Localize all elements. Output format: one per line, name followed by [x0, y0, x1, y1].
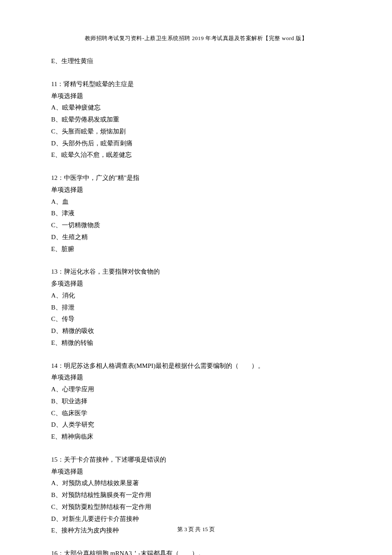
question-type: 单项选择题	[51, 466, 341, 478]
page-container: 教师招聘考试复习资料-上蔡卫生系统招聘 2019 年考试真题及答案解析【完整 w…	[0, 0, 392, 555]
option-b: B、津液	[51, 208, 341, 220]
question-type: 多项选择题	[51, 278, 341, 290]
option-a: A、消化	[51, 290, 341, 302]
option-c: C、传导	[51, 313, 341, 325]
option-b: B、眩晕劳倦易发或加重	[51, 114, 341, 126]
leading-option-block: E、生理性黄疸	[51, 55, 341, 67]
option-a: A、对预防成人肺结核效果显著	[51, 477, 341, 489]
option-c: C、一切精微物质	[51, 220, 341, 231]
option-e: E、精微的转输	[51, 337, 341, 349]
option-d: D、头部外伤后，眩晕而刺痛	[51, 138, 341, 150]
question-title: 16：大部分真核细胞 mRNA3＇-末端都具有（ ）。	[51, 548, 341, 555]
question-type: 单项选择题	[51, 372, 341, 384]
question-title: 15：关于卡介苗接种，下述哪项是错误的	[51, 454, 341, 466]
option-c: C、对预防粟粒型肺结核有一定作用	[51, 501, 341, 513]
option-c: C、头胀而眩晕，烦恼加剧	[51, 126, 341, 138]
option-d: D、精微的吸收	[51, 325, 341, 337]
question-13: 13：脾运化水谷，主要指脾对饮食物的 多项选择题 A、消化 B、排泄 C、传导 …	[51, 266, 341, 349]
question-title: 12：中医学中，广义的"精"是指	[51, 172, 341, 184]
option-d: D、人类学研究	[51, 419, 341, 431]
option-d: D、对新生儿要进行卡介苗接种	[51, 513, 341, 525]
option-e: E、精神病临床	[51, 431, 341, 443]
option-a: A、血	[51, 196, 341, 208]
page-footer: 第 3 页 共 15 页	[0, 524, 392, 535]
option-c: C、临床医学	[51, 408, 341, 419]
option-a: A、眩晕神疲健忘	[51, 102, 341, 114]
question-14: 14：明尼苏达多相人格调查表(MMPI)最初是根据什么需要编制的（ ）。 单项选…	[51, 360, 341, 443]
option-b: B、对预防结核性脑膜炎有一定作用	[51, 489, 341, 501]
page-header: 教师招聘考试复习资料-上蔡卫生系统招聘 2019 年考试真题及答案解析【完整 w…	[51, 33, 341, 43]
question-type: 单项选择题	[51, 184, 341, 196]
question-16: 16：大部分真核细胞 mRNA3＇-末端都具有（ ）。 单项选择题	[51, 548, 341, 555]
option-b: B、排泄	[51, 302, 341, 314]
option-e: E、眩晕久治不愈，眠差健忘	[51, 149, 341, 161]
option-a: A、心理学应用	[51, 384, 341, 396]
option-e: E、脏腑	[51, 243, 341, 255]
option-d: D、生殖之精	[51, 231, 341, 243]
question-type: 单项选择题	[51, 90, 341, 102]
question-title: 14：明尼苏达多相人格调查表(MMPI)最初是根据什么需要编制的（ ）。	[51, 360, 341, 372]
option-b: B、职业选择	[51, 396, 341, 408]
question-title: 13：脾运化水谷，主要指脾对饮食物的	[51, 266, 341, 278]
question-title: 11：肾精亏耗型眩晕的主症是	[51, 78, 341, 90]
question-11: 11：肾精亏耗型眩晕的主症是 单项选择题 A、眩晕神疲健忘 B、眩晕劳倦易发或加…	[51, 78, 341, 161]
option-text: E、生理性黄疸	[51, 55, 341, 67]
question-12: 12：中医学中，广义的"精"是指 单项选择题 A、血 B、津液 C、一切精微物质…	[51, 172, 341, 255]
